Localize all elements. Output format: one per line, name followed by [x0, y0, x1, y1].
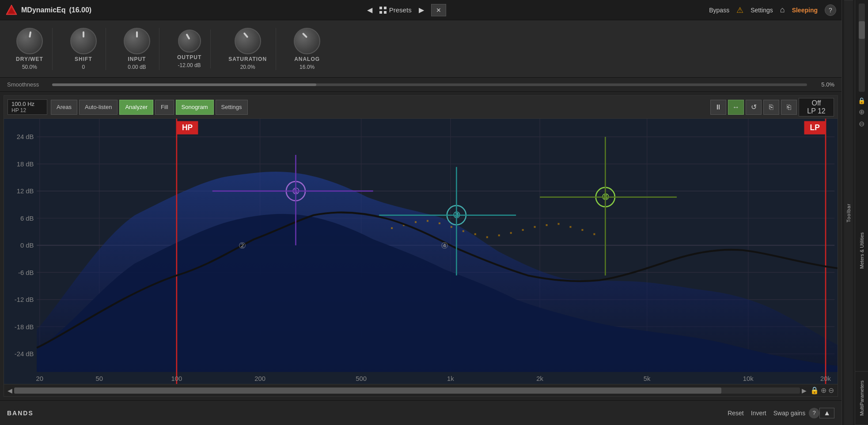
output-label: OUTPUT	[177, 54, 201, 60]
knob-group-output: OUTPUT -12.00 dB	[168, 30, 211, 68]
meters-tab[interactable]: Meters & Utilities	[855, 130, 868, 372]
bands-help-button[interactable]: ?	[809, 408, 819, 418]
saturation-knob[interactable]	[235, 28, 261, 54]
meter-scroll-track[interactable]	[859, 4, 865, 92]
input-knob[interactable]	[124, 28, 150, 54]
fill-button[interactable]: Fill	[155, 100, 174, 115]
smoothness-slider[interactable]	[52, 83, 807, 86]
scroll-right-icon[interactable]: ▶	[802, 387, 807, 394]
logo: MDynamicEq (16.00)	[5, 4, 91, 16]
svg-text:100: 100	[171, 375, 182, 382]
multiparams-tab[interactable]: MultiParameters	[855, 372, 868, 425]
sleeping-label: Sleeping	[792, 7, 818, 14]
eq-scrollbar-thumb	[14, 387, 721, 394]
logo-icon	[5, 4, 18, 16]
eq-section: 100.0 Hz HP 12 Areas Auto-listen Analyze…	[4, 95, 838, 397]
input-value: 0.00 dB	[128, 64, 146, 70]
prev-preset-button[interactable]: ◀	[364, 4, 376, 16]
link-button[interactable]: ↔	[728, 100, 744, 115]
meter-zoom-out-icon[interactable]: ⊖	[859, 120, 864, 128]
smoothness-label: Smoothness	[7, 81, 47, 88]
svg-text:5k: 5k	[644, 375, 651, 382]
svg-text:②: ②	[239, 241, 246, 250]
bands-label: BANDS	[7, 410, 724, 417]
reset-button[interactable]: Reset	[724, 408, 747, 418]
title-center: ◀ Presets ▶ ✕	[100, 4, 709, 16]
swap-gains-button[interactable]: Swap gains	[770, 408, 809, 418]
svg-text:20: 20	[36, 375, 43, 382]
analog-value: 16.0%	[299, 64, 315, 70]
svg-text:20k: 20k	[820, 375, 831, 382]
sonogram-button[interactable]: Sonogram	[176, 100, 214, 115]
bypass-button[interactable]: Bypass	[709, 7, 729, 14]
eq-canvas[interactable]: HP LP ① ②	[4, 119, 838, 384]
meter-scroll-thumb	[859, 21, 865, 39]
next-preset-button[interactable]: ▶	[415, 4, 428, 16]
title-bar: MDynamicEq (16.00) ◀ Presets ▶ ✕	[0, 0, 841, 20]
copy-button[interactable]: ⎘	[763, 100, 779, 115]
svg-rect-34	[486, 236, 488, 238]
shift-knob[interactable]	[70, 28, 97, 54]
svg-text:0 dB: 0 dB	[20, 241, 34, 249]
svg-text:18 dB: 18 dB	[17, 160, 34, 168]
bands-arrow-button[interactable]: ▲	[819, 408, 834, 418]
eq-scrollbar[interactable]	[14, 387, 800, 394]
drywet-value: 50.0%	[22, 64, 37, 70]
svg-text:24 dB: 24 dB	[17, 133, 34, 140]
meters-sidebar: 🔒 ⊕ ⊖ Meters & Utilities MultiParameters	[855, 0, 868, 425]
knob-indicator	[83, 31, 84, 38]
svg-text:④: ④	[441, 241, 448, 250]
scroll-left-icon[interactable]: ◀	[8, 387, 12, 394]
undo-button[interactable]: ↺	[746, 100, 762, 115]
invert-button[interactable]: Invert	[747, 408, 770, 418]
knob-group-analog: ANALOG 16.0%	[285, 28, 329, 70]
knob-group-shift: SHIFT 0	[61, 28, 106, 70]
menu-button[interactable]: ✕	[431, 4, 446, 16]
output-knob[interactable]	[178, 30, 201, 53]
svg-text:12 dB: 12 dB	[17, 187, 34, 195]
svg-rect-41	[569, 226, 571, 228]
zoom-out-icon[interactable]: ⊖	[828, 386, 834, 395]
toolbar-tab[interactable]: Toolbar	[844, 0, 853, 425]
freq-value: 100.0 Hz	[11, 101, 43, 107]
meter-zoom-in-icon[interactable]: ⊕	[859, 108, 864, 116]
presets-button[interactable]: Presets	[379, 6, 412, 14]
svg-text:200: 200	[254, 375, 265, 382]
auto-listen-button[interactable]: Auto-listen	[79, 100, 118, 115]
svg-rect-31	[451, 226, 452, 228]
svg-rect-2	[379, 7, 382, 9]
knob-indicator	[136, 31, 138, 38]
meter-lock-icon[interactable]: 🔒	[858, 97, 865, 104]
drywet-knob[interactable]	[16, 28, 43, 54]
filter-display: Off LP 12	[799, 98, 834, 117]
areas-button[interactable]: Areas	[51, 100, 77, 115]
help-button[interactable]: ?	[825, 4, 836, 16]
scroll-lock-icon[interactable]: 🔒	[810, 386, 819, 395]
shift-value: 0	[82, 64, 85, 70]
presets-label: Presets	[389, 6, 412, 14]
svg-rect-4	[379, 11, 382, 14]
eq-settings-button[interactable]: Settings	[216, 100, 248, 115]
svg-rect-30	[439, 222, 440, 224]
knob-indicator	[186, 33, 190, 39]
plugin-name: MDynamicEq	[21, 6, 65, 14]
analog-label: ANALOG	[294, 56, 320, 62]
svg-rect-39	[546, 224, 548, 226]
knobs-row: DRY/WET 50.0% SHIFT 0 INPUT 0.00 dB	[0, 20, 841, 78]
shift-label: SHIFT	[75, 56, 92, 62]
svg-text:1k: 1k	[447, 375, 454, 382]
settings-button[interactable]: Settings	[750, 7, 773, 14]
analyzer-button[interactable]: Analyzer	[119, 100, 153, 115]
pause-button[interactable]: ⏸	[710, 100, 726, 115]
knob-group-saturation: SATURATION 20.0%	[220, 28, 276, 70]
svg-rect-38	[534, 226, 536, 228]
freq-display: 100.0 Hz HP 12	[8, 99, 47, 115]
analog-knob[interactable]	[294, 28, 320, 54]
zoom-in-icon[interactable]: ⊕	[821, 386, 826, 395]
knob-indicator	[302, 32, 308, 38]
paste-button[interactable]: ⎗	[781, 100, 797, 115]
svg-rect-26	[391, 227, 393, 229]
home-icon: ⌂	[780, 5, 785, 15]
svg-text:10k: 10k	[743, 375, 754, 382]
plugin-version: (16.00)	[69, 6, 91, 14]
